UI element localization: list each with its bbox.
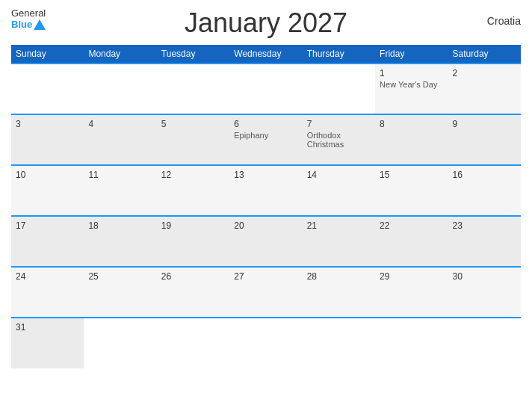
- calendar-cell: [448, 318, 521, 368]
- calendar-cell: 26: [157, 267, 229, 318]
- calendar-body: 1New Year's Day23456Epiphany7Orthodox Ch…: [11, 64, 521, 368]
- calendar-cell: [84, 318, 156, 368]
- calendar-cell: 19: [157, 216, 229, 267]
- day-number: 16: [453, 170, 516, 180]
- calendar-cell: 25: [84, 267, 156, 318]
- calendar-cell: [157, 318, 229, 368]
- calendar-cell: [229, 318, 302, 368]
- day-of-week-header: Monday: [84, 45, 156, 64]
- day-number: 22: [380, 220, 443, 231]
- calendar-week-row: 1New Year's Day2: [11, 64, 521, 114]
- day-number: 13: [234, 170, 297, 180]
- day-number: 7: [307, 119, 371, 129]
- calendar-week-row: 17181920212223: [11, 216, 521, 267]
- day-number: 29: [380, 271, 443, 282]
- calendar-cell: 11: [84, 165, 156, 216]
- day-number: 11: [88, 170, 152, 180]
- day-of-week-header: Wednesday: [229, 45, 302, 64]
- calendar-cell: 8: [375, 114, 448, 165]
- calendar-cell: 3: [11, 114, 84, 165]
- day-number: 6: [234, 119, 297, 129]
- day-number: 18: [88, 220, 152, 231]
- calendar-week-row: 31: [11, 318, 521, 368]
- calendar-cell: 10: [11, 165, 84, 216]
- calendar-week-row: 3456Epiphany7Orthodox Christmas89: [11, 114, 521, 165]
- calendar-cell: 22: [375, 216, 448, 267]
- day-number: 26: [161, 271, 225, 282]
- day-number: 21: [307, 220, 371, 231]
- calendar-cell: 12: [157, 165, 229, 216]
- day-number: 1: [380, 68, 443, 78]
- day-of-week-header: Saturday: [448, 45, 521, 64]
- calendar-cell: 18: [84, 216, 156, 267]
- logo: General Blue: [11, 7, 46, 30]
- calendar-cell: 16: [448, 165, 521, 216]
- calendar-title: January 2027: [185, 7, 347, 39]
- calendar-cell: 23: [448, 216, 521, 267]
- day-of-week-header: Thursday: [303, 45, 375, 64]
- calendar-cell: 1New Year's Day: [375, 64, 448, 114]
- day-number: 28: [307, 271, 371, 282]
- calendar-cell: 13: [229, 165, 302, 216]
- calendar-cell: 24: [11, 267, 84, 318]
- day-number: 8: [380, 119, 443, 129]
- calendar-cell: 31: [11, 318, 84, 368]
- calendar-cell: [11, 64, 84, 114]
- calendar-cell: 2: [448, 64, 521, 114]
- day-of-week-header: Tuesday: [157, 45, 229, 64]
- calendar-cell: 7Orthodox Christmas: [303, 114, 375, 165]
- event-name: New Year's Day: [380, 80, 443, 89]
- day-number: 3: [16, 119, 79, 129]
- day-number: 5: [161, 119, 225, 129]
- calendar-cell: 27: [229, 267, 302, 318]
- calendar-cell: 17: [11, 216, 84, 267]
- calendar-cell: 9: [448, 114, 521, 165]
- event-name: Epiphany: [234, 131, 297, 140]
- calendar-cell: [229, 64, 302, 114]
- logo-general-text: General: [11, 7, 46, 19]
- calendar-cell: 21: [303, 216, 375, 267]
- day-number: 20: [234, 220, 297, 231]
- calendar-cell: 4: [84, 114, 156, 165]
- calendar-cell: [84, 64, 156, 114]
- calendar-cell: 29: [375, 267, 448, 318]
- day-number: 10: [16, 170, 79, 180]
- day-number: 15: [380, 170, 443, 180]
- country-label: Croatia: [487, 15, 521, 27]
- calendar-week-row: 10111213141516: [11, 165, 521, 216]
- day-number: 14: [307, 170, 371, 180]
- calendar-cell: 6Epiphany: [229, 114, 302, 165]
- day-number: 2: [453, 68, 516, 78]
- day-number: 24: [16, 271, 79, 282]
- day-number: 19: [161, 220, 225, 231]
- calendar-header-row: SundayMondayTuesdayWednesdayThursdayFrid…: [11, 45, 521, 64]
- calendar-cell: [303, 318, 375, 368]
- day-number: 27: [234, 271, 297, 282]
- day-number: 31: [16, 322, 79, 333]
- calendar-cell: 14: [303, 165, 375, 216]
- day-of-week-header: Sunday: [11, 45, 84, 64]
- calendar-cell: [303, 64, 375, 114]
- calendar-cell: 20: [229, 216, 302, 267]
- calendar-cell: 30: [448, 267, 521, 318]
- calendar-cell: 5: [157, 114, 229, 165]
- day-number: 17: [16, 220, 79, 231]
- logo-blue-text: Blue: [11, 19, 32, 30]
- calendar-cell: [375, 318, 448, 368]
- calendar-table: SundayMondayTuesdayWednesdayThursdayFrid…: [11, 45, 521, 368]
- day-number: 25: [88, 271, 152, 282]
- day-number: 9: [453, 119, 516, 129]
- day-of-week-header: Friday: [375, 45, 448, 64]
- calendar-container: General Blue January 2027 Croatia Sunday…: [0, 0, 532, 411]
- day-number: 4: [88, 119, 152, 129]
- calendar-header: General Blue January 2027 Croatia: [11, 7, 521, 39]
- calendar-cell: [157, 64, 229, 114]
- day-number: 30: [453, 271, 516, 282]
- event-name: Orthodox Christmas: [307, 131, 371, 149]
- logo-triangle-icon: [34, 19, 46, 30]
- calendar-week-row: 24252627282930: [11, 267, 521, 318]
- calendar-cell: 15: [375, 165, 448, 216]
- day-number: 23: [453, 220, 516, 231]
- day-number: 12: [161, 170, 225, 180]
- calendar-cell: 28: [303, 267, 375, 318]
